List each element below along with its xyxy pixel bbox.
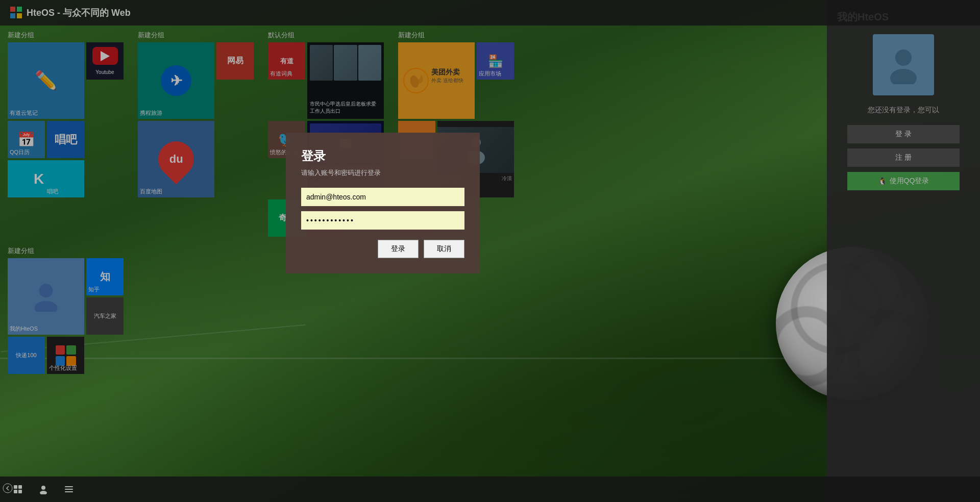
dialog-overlay: 登录 请输入账号和密码进行登录 登录 取消 — [0, 0, 980, 502]
dialog-buttons: 登录 取消 — [301, 240, 464, 258]
dialog-cancel-button[interactable]: 取消 — [424, 240, 464, 258]
email-input[interactable] — [301, 188, 464, 206]
dialog-subtitle: 请输入账号和密码进行登录 — [301, 168, 464, 178]
password-input[interactable] — [301, 211, 464, 230]
dialog-title: 登录 — [301, 148, 464, 164]
login-dialog: 登录 请输入账号和密码进行登录 登录 取消 — [286, 133, 480, 273]
dialog-login-button[interactable]: 登录 — [378, 240, 419, 258]
